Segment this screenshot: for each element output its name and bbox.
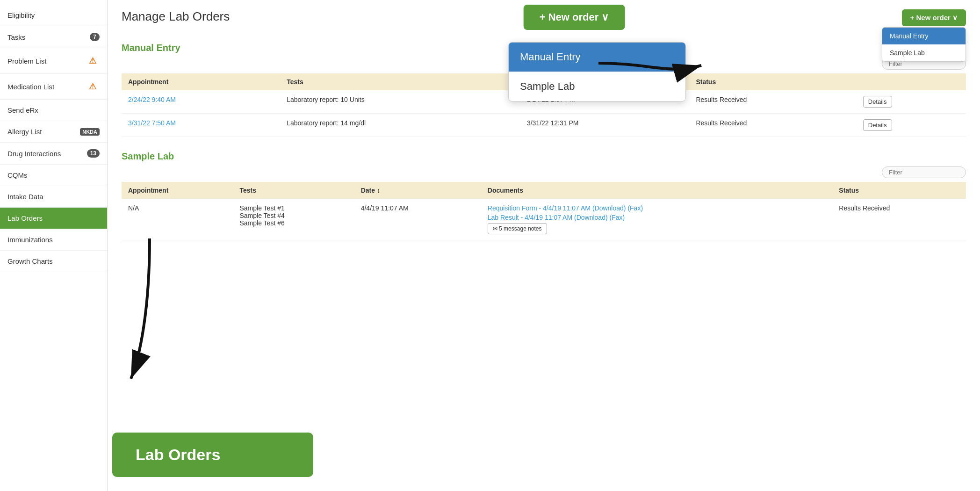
cell-status: Results Received bbox=[832, 199, 966, 240]
document-link[interactable]: Requisition Form - 4/4/19 11:07 AM bbox=[488, 204, 592, 212]
new-order-top-button[interactable]: + New order ∨ bbox=[524, 5, 625, 30]
sidebar-item-send-erx[interactable]: Send eRx bbox=[0, 100, 107, 121]
details-button[interactable]: Details bbox=[863, 119, 892, 131]
col-date-[interactable]: Date ↕ bbox=[354, 182, 481, 199]
sidebar-item-eligibility[interactable]: Eligibility bbox=[0, 5, 107, 26]
sample-lab-title: Sample Lab bbox=[122, 151, 966, 162]
sidebar-item-label: Lab Orders bbox=[7, 214, 43, 222]
sidebar-item-badge: ⚠ bbox=[86, 80, 100, 93]
col-tests: Tests bbox=[280, 73, 520, 90]
col-actions bbox=[857, 73, 966, 90]
dropdown-menu-small: Manual EntrySample Lab bbox=[882, 27, 966, 62]
sample-lab-table: AppointmentTestsDate ↕DocumentsStatus N/… bbox=[122, 182, 966, 240]
test-item: Sample Test #4 bbox=[239, 212, 347, 219]
main-content: Manage Lab Orders + New order ∨ Manual E… bbox=[108, 0, 980, 491]
sidebar-item-label: Eligibility bbox=[7, 11, 35, 19]
sample-lab-table-body: N/ASample Test #1Sample Test #4Sample Te… bbox=[122, 199, 966, 240]
sidebar-item-badge: 7 bbox=[90, 33, 100, 41]
download-link[interactable]: (Download) bbox=[592, 204, 626, 212]
sidebar-item-problem-list[interactable]: Problem List⚠ bbox=[0, 48, 107, 74]
sample-lab-table-header: AppointmentTestsDate ↕DocumentsStatus bbox=[122, 182, 966, 199]
sidebar-item-label: CQMs bbox=[7, 171, 28, 179]
fax-link[interactable]: (Fax) bbox=[627, 204, 643, 212]
sidebar-item-label: Allergy List bbox=[7, 128, 42, 136]
sidebar-item-intake-data[interactable]: Intake Data bbox=[0, 186, 107, 208]
message-notes-button[interactable]: ✉ 5 message notes bbox=[488, 223, 547, 234]
lab-orders-highlight-box: Lab Orders bbox=[112, 433, 313, 477]
col-status: Status bbox=[689, 73, 856, 90]
table-row: N/ASample Test #1Sample Test #4Sample Te… bbox=[122, 199, 966, 240]
sample-lab-filter-row bbox=[122, 166, 966, 178]
appointment-link[interactable]: 2/24/22 9:40 AM bbox=[128, 96, 176, 103]
details-button[interactable]: Details bbox=[863, 96, 892, 108]
new-order-small-button[interactable]: + New order ∨ bbox=[902, 9, 966, 26]
col-documents: Documents bbox=[481, 182, 833, 199]
dropdown-top-item-sample-lab[interactable]: Sample Lab bbox=[509, 72, 685, 101]
appointment-link[interactable]: 3/31/22 7:50 AM bbox=[128, 119, 176, 127]
cell-status: Results Received bbox=[689, 114, 856, 137]
dropdown-menu-top: Manual EntrySample Lab bbox=[508, 42, 686, 101]
dropdown-top-item-manual-entry[interactable]: Manual Entry bbox=[509, 43, 685, 72]
cell-tests: Sample Test #1Sample Test #4Sample Test … bbox=[233, 199, 354, 240]
cell-documents: Requisition Form - 4/4/19 11:07 AM (Down… bbox=[481, 199, 833, 240]
sidebar-item-badge: NKDA bbox=[80, 128, 100, 136]
cell-appointment: 2/24/22 9:40 AM bbox=[122, 90, 280, 114]
sidebar-item-badge: ⚠ bbox=[86, 55, 100, 67]
sidebar-item-label: Drug Interactions bbox=[7, 150, 61, 158]
page-title: Manage Lab Orders bbox=[122, 9, 230, 24]
fax-link[interactable]: (Fax) bbox=[610, 214, 625, 221]
cell-appointment: N/A bbox=[122, 199, 233, 240]
dropdown-small-item-sample-lab[interactable]: Sample Lab bbox=[882, 44, 966, 61]
col-status: Status bbox=[832, 182, 966, 199]
cell-tests: Laboratory report: 10 Units bbox=[280, 90, 520, 114]
sidebar-item-badge: 13 bbox=[87, 149, 100, 158]
col-tests: Tests bbox=[233, 182, 354, 199]
lab-orders-highlight-text: Lab Orders bbox=[136, 446, 220, 463]
sidebar-item-allergy-list[interactable]: Allergy ListNKDA bbox=[0, 121, 107, 143]
test-item: Sample Test #6 bbox=[239, 219, 347, 227]
sample-lab-filter-input[interactable] bbox=[882, 166, 966, 178]
sidebar-item-drug-interactions[interactable]: Drug Interactions13 bbox=[0, 143, 107, 165]
cell-date: 4/4/19 11:07 AM bbox=[354, 199, 481, 240]
cell-date: 3/31/22 12:31 PM bbox=[520, 114, 690, 137]
document-link[interactable]: Lab Result - 4/4/19 11:07 AM bbox=[488, 214, 574, 221]
dropdown-small-item-manual-entry[interactable]: Manual Entry bbox=[882, 28, 966, 44]
cell-action: Details bbox=[857, 90, 966, 114]
sidebar-item-cqms[interactable]: CQMs bbox=[0, 165, 107, 186]
sidebar-item-immunizations[interactable]: Immunizations bbox=[0, 229, 107, 251]
sidebar-item-label: Tasks bbox=[7, 33, 25, 41]
sample-lab-section: Sample Lab AppointmentTestsDate ↕Documen… bbox=[122, 151, 966, 240]
test-item: Sample Test #1 bbox=[239, 204, 347, 212]
sidebar-item-label: Intake Data bbox=[7, 193, 43, 201]
arrow-lab-orders bbox=[108, 224, 220, 388]
sidebar-item-label: Immunizations bbox=[7, 236, 53, 244]
cell-status: Results Received bbox=[689, 90, 856, 114]
col-appointment: Appointment bbox=[122, 182, 233, 199]
sidebar-item-tasks[interactable]: Tasks7 bbox=[0, 26, 107, 48]
document-row: Requisition Form - 4/4/19 11:07 AM (Down… bbox=[488, 204, 826, 212]
sidebar-item-medication-list[interactable]: Medication List⚠ bbox=[0, 74, 107, 100]
cell-action: Details bbox=[857, 114, 966, 137]
sidebar-item-label: Problem List bbox=[7, 57, 46, 65]
cell-appointment: 3/31/22 7:50 AM bbox=[122, 114, 280, 137]
col-appointment: Appointment bbox=[122, 73, 280, 90]
cell-tests: Laboratory report: 14 mg/dl bbox=[280, 114, 520, 137]
table-row: 3/31/22 7:50 AMLaboratory report: 14 mg/… bbox=[122, 114, 966, 137]
document-row: Lab Result - 4/4/19 11:07 AM (Download) … bbox=[488, 214, 826, 221]
sidebar-item-label: Growth Charts bbox=[7, 257, 53, 265]
sidebar-item-label: Medication List bbox=[7, 83, 54, 91]
sidebar-item-lab-orders[interactable]: Lab Orders bbox=[0, 208, 107, 229]
sidebar-item-growth-charts[interactable]: Growth Charts bbox=[0, 251, 107, 272]
sidebar-item-label: Send eRx bbox=[7, 106, 38, 114]
sidebar: EligibilityTasks7Problem List⚠Medication… bbox=[0, 0, 108, 491]
download-link[interactable]: (Download) bbox=[574, 214, 608, 221]
